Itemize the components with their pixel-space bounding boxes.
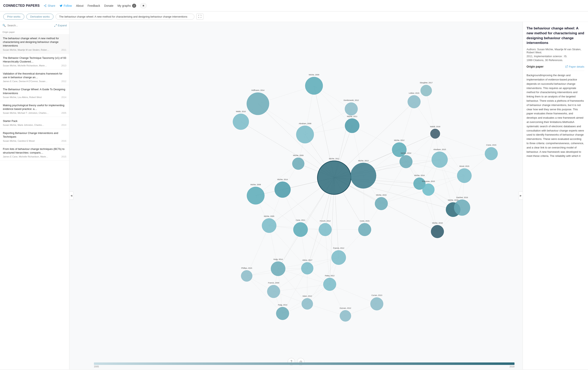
graph-node[interactable]: Huijg, 2014	[271, 258, 285, 276]
graph-node[interactable]: Dombrowski, 2012	[344, 99, 359, 115]
search-bar: 🔍 Expand	[0, 22, 69, 29]
paper-item-year: 2005	[62, 112, 66, 114]
follow-link[interactable]: Follow	[59, 4, 72, 7]
graph-node[interactable]: Francis, 2012	[332, 247, 346, 265]
graph-node-label: Huijg, 2014	[278, 304, 287, 306]
paper-item-meta: Susan Michie, Michael T. Johnston, Charl…	[3, 112, 66, 114]
graph-node-circle	[296, 126, 314, 143]
share-link[interactable]: Share	[44, 4, 55, 7]
graph-node-label: French, 2012	[320, 220, 331, 222]
svg-point-0	[45, 4, 46, 5]
paper-item-authors: James E Cane, Michelle Richardson, Marie…	[3, 155, 48, 158]
graph-node[interactable]: Curran, 2013	[370, 294, 383, 310]
graph-node[interactable]: Michie, 2009	[305, 74, 323, 95]
graph-node[interactable]: French, 2012	[319, 220, 332, 236]
graph-node[interactable]: Patey, 2012	[323, 275, 336, 291]
graph-node-circle	[485, 147, 498, 160]
graph-edge	[273, 284, 330, 291]
graph-node[interactable]: Michie, 2018	[431, 222, 444, 238]
graph-node[interactable]: Hoffmann, 2014	[247, 89, 269, 115]
graph-node-label: Huijg, 2014	[273, 258, 283, 260]
graph-node[interactable]: Francis, 2009	[267, 282, 280, 298]
paper-list-item[interactable]: The Behaviour Change Wheel: A Guide To D…	[0, 85, 69, 101]
about-link[interactable]: About	[76, 4, 84, 7]
graph-node[interactable]: Michie, 2011	[345, 115, 359, 133]
collapse-left-button[interactable]: ◀	[69, 191, 74, 200]
graph-node-label: Mahdi, 2018	[430, 126, 440, 128]
graph-node[interactable]: Atkins, 2017	[301, 259, 313, 275]
graph-node[interactable]: Phillips, 2015	[241, 267, 252, 282]
svg-line-4	[45, 5, 45, 5]
graph-node[interactable]: Michie, 2008	[247, 184, 264, 204]
graph-node-circle	[262, 219, 276, 233]
graph-node-circle	[351, 163, 376, 189]
paper-list-search-input[interactable]	[7, 24, 52, 27]
graph-node[interactable]: Michie, 2015	[375, 194, 388, 210]
graph-node[interactable]: Duncan, 2012	[340, 307, 351, 322]
graph-node[interactable]: Lokker, 2015	[408, 92, 420, 108]
nav-links: Share Follow About Feedback Donate My gr…	[44, 3, 146, 8]
graph-node[interactable]: Slaughter, 2017	[420, 82, 433, 96]
paper-item-title: The behaviour change wheel: A new method…	[3, 37, 66, 48]
fullscreen-button[interactable]: ⛶	[196, 13, 203, 20]
graph-node-label: Michie, 2008	[251, 184, 261, 186]
paper-list-item[interactable]: The behaviour change wheel: A new method…	[0, 34, 69, 54]
graph-node-label: Gardner, 2016	[456, 196, 468, 199]
graph-node-label: Michie, 2011	[329, 158, 339, 160]
graph-node-circle	[323, 278, 336, 291]
graph-node[interactable]: Huijg, 2014	[276, 304, 289, 320]
paper-details-link[interactable]: Paper details	[565, 65, 584, 68]
graph-node-circle	[420, 85, 432, 96]
paper-list-item[interactable]: Making psychological theory useful for i…	[0, 101, 69, 117]
graph-node[interactable]: Wood, 2015	[457, 165, 472, 183]
graph-node-label: Abraham, 2008	[299, 123, 311, 125]
my-graphs-button[interactable]: My graphs 2	[117, 4, 136, 8]
graph-node-circle	[271, 262, 285, 276]
feedback-link[interactable]: Feedback	[88, 4, 100, 7]
paper-list-item[interactable]: Starter Pack Susan Michie, Marie Johnsto…	[0, 117, 69, 129]
graph-node-label: Michie, 2009	[309, 74, 319, 76]
paper-item-authors: Susan Michie, Michelle Richardson, Marie…	[3, 64, 47, 67]
paper-list-item[interactable]: Validation of the theoretical domains fr…	[0, 69, 69, 85]
graph-area[interactable]: Michie, 2011Michie, 2013Michie, 2011Mich…	[69, 22, 523, 369]
graph-node-label: Cane, 2015	[360, 220, 369, 222]
collapse-right-button[interactable]: ▶	[519, 191, 523, 200]
graph-node[interactable]: Michie, 2005	[262, 215, 276, 233]
graph-node[interactable]: Webb, 2010	[233, 110, 249, 130]
graph-node[interactable]: Abraham, 2008	[296, 123, 314, 143]
graph-node-label: Phillips, 2015	[241, 267, 252, 269]
paper-item-year: 2015	[62, 155, 66, 158]
paper-search-input[interactable]	[55, 14, 194, 20]
graph-node[interactable]: Michie, 2009	[292, 154, 304, 170]
donate-link[interactable]: Donate	[104, 4, 113, 7]
graph-node-circle	[305, 77, 323, 95]
graph-node[interactable]: Michie, 2011	[317, 158, 351, 194]
graph-node-circle	[241, 270, 252, 282]
graph-node[interactable]: Crane, 2015	[485, 144, 498, 160]
graph-node[interactable]: Michie, 2014	[275, 179, 291, 198]
graph-node-circle	[375, 197, 388, 210]
graph-edge	[307, 304, 346, 316]
graph-node-circle	[319, 223, 332, 236]
graph-node[interactable]: Cane, 2015	[358, 220, 371, 236]
graph-node-circle	[399, 155, 412, 168]
graph-node[interactable]: Abraham, 2015	[432, 148, 448, 168]
paper-item-year: 2014	[62, 96, 66, 98]
theme-toggle-button[interactable]: ☀	[140, 3, 147, 8]
derivative-works-button[interactable]: Derivative works	[26, 14, 53, 20]
expand-button[interactable]: Expand	[54, 24, 67, 27]
graph-node[interactable]: Michie, 2012	[392, 139, 406, 157]
paper-list-item[interactable]: The Behavior Change Technique Taxonomy (…	[0, 54, 69, 69]
graph-node[interactable]: Mahdi, 2018	[430, 126, 440, 138]
prior-works-button[interactable]: Prior works	[3, 14, 24, 20]
paper-detail-citations: 1999 Citations, 30 References.	[526, 59, 584, 62]
paper-item-authors: Susan Michie, Caroline E Wood	[3, 140, 34, 142]
paper-item-meta: Susan Michie, Marie Johnston, Charles… 2…	[3, 124, 66, 126]
graph-edge	[352, 126, 399, 150]
paper-item-meta: Susan Michie, Caroline E Wood 2016	[3, 140, 66, 142]
graph-node-label: Dombrowski, 2012	[344, 99, 359, 101]
graph-node-circle	[345, 118, 359, 133]
graph-node[interactable]: Michie, 2013	[351, 160, 376, 189]
paper-list-item[interactable]: Reporting Behaviour Change Interventions…	[0, 129, 69, 145]
paper-list-item[interactable]: From lists of behaviour change technique…	[0, 145, 69, 160]
